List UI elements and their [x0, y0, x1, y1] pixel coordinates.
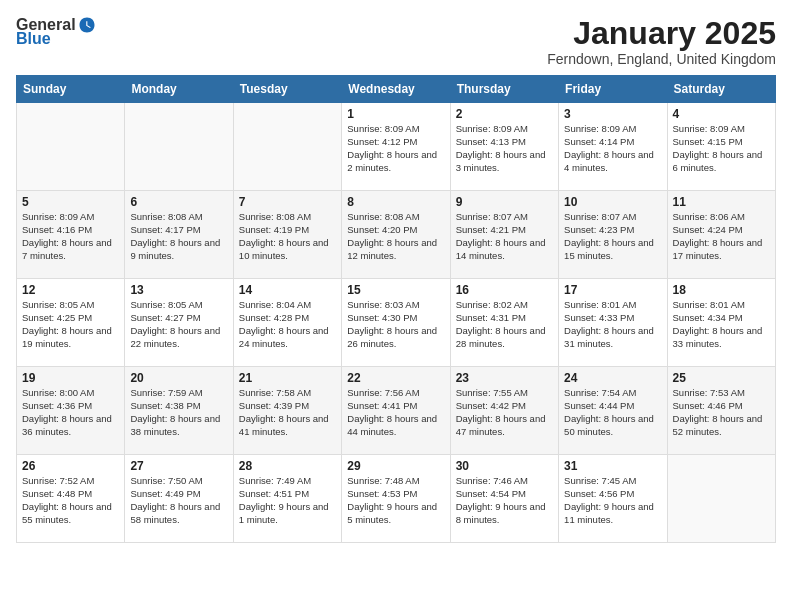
day-number: 16 [456, 283, 553, 297]
day-info: Sunrise: 8:09 AMSunset: 4:15 PMDaylight:… [673, 123, 770, 174]
calendar-week-row: 26Sunrise: 7:52 AMSunset: 4:48 PMDayligh… [17, 455, 776, 543]
day-info: Sunrise: 8:09 AMSunset: 4:16 PMDaylight:… [22, 211, 119, 262]
day-number: 8 [347, 195, 444, 209]
calendar-cell: 21Sunrise: 7:58 AMSunset: 4:39 PMDayligh… [233, 367, 341, 455]
calendar-header-wednesday: Wednesday [342, 76, 450, 103]
month-title: January 2025 [547, 16, 776, 51]
day-info: Sunrise: 7:50 AMSunset: 4:49 PMDaylight:… [130, 475, 227, 526]
day-info: Sunrise: 7:54 AMSunset: 4:44 PMDaylight:… [564, 387, 661, 438]
day-info: Sunrise: 8:01 AMSunset: 4:34 PMDaylight:… [673, 299, 770, 350]
calendar-header-tuesday: Tuesday [233, 76, 341, 103]
day-number: 20 [130, 371, 227, 385]
day-number: 10 [564, 195, 661, 209]
day-info: Sunrise: 7:55 AMSunset: 4:42 PMDaylight:… [456, 387, 553, 438]
calendar-cell: 7Sunrise: 8:08 AMSunset: 4:19 PMDaylight… [233, 191, 341, 279]
day-number: 21 [239, 371, 336, 385]
day-number: 22 [347, 371, 444, 385]
day-number: 7 [239, 195, 336, 209]
calendar-cell: 30Sunrise: 7:46 AMSunset: 4:54 PMDayligh… [450, 455, 558, 543]
calendar-cell [233, 103, 341, 191]
day-info: Sunrise: 8:08 AMSunset: 4:19 PMDaylight:… [239, 211, 336, 262]
day-number: 6 [130, 195, 227, 209]
calendar-cell: 2Sunrise: 8:09 AMSunset: 4:13 PMDaylight… [450, 103, 558, 191]
day-info: Sunrise: 8:05 AMSunset: 4:27 PMDaylight:… [130, 299, 227, 350]
calendar-cell: 26Sunrise: 7:52 AMSunset: 4:48 PMDayligh… [17, 455, 125, 543]
calendar-week-row: 1Sunrise: 8:09 AMSunset: 4:12 PMDaylight… [17, 103, 776, 191]
day-info: Sunrise: 7:59 AMSunset: 4:38 PMDaylight:… [130, 387, 227, 438]
day-info: Sunrise: 8:09 AMSunset: 4:12 PMDaylight:… [347, 123, 444, 174]
day-number: 25 [673, 371, 770, 385]
day-number: 9 [456, 195, 553, 209]
calendar-header-saturday: Saturday [667, 76, 775, 103]
day-info: Sunrise: 8:08 AMSunset: 4:17 PMDaylight:… [130, 211, 227, 262]
day-info: Sunrise: 8:09 AMSunset: 4:13 PMDaylight:… [456, 123, 553, 174]
day-info: Sunrise: 8:06 AMSunset: 4:24 PMDaylight:… [673, 211, 770, 262]
calendar-cell: 10Sunrise: 8:07 AMSunset: 4:23 PMDayligh… [559, 191, 667, 279]
day-number: 18 [673, 283, 770, 297]
day-number: 31 [564, 459, 661, 473]
day-info: Sunrise: 7:53 AMSunset: 4:46 PMDaylight:… [673, 387, 770, 438]
logo: General Blue [16, 16, 96, 48]
calendar-cell: 18Sunrise: 8:01 AMSunset: 4:34 PMDayligh… [667, 279, 775, 367]
calendar-header-friday: Friday [559, 76, 667, 103]
day-number: 26 [22, 459, 119, 473]
calendar-cell [667, 455, 775, 543]
logo-blue: Blue [16, 30, 51, 48]
logo-icon [78, 16, 96, 34]
calendar-cell: 25Sunrise: 7:53 AMSunset: 4:46 PMDayligh… [667, 367, 775, 455]
day-info: Sunrise: 8:05 AMSunset: 4:25 PMDaylight:… [22, 299, 119, 350]
day-info: Sunrise: 8:01 AMSunset: 4:33 PMDaylight:… [564, 299, 661, 350]
day-info: Sunrise: 7:46 AMSunset: 4:54 PMDaylight:… [456, 475, 553, 526]
day-info: Sunrise: 8:03 AMSunset: 4:30 PMDaylight:… [347, 299, 444, 350]
calendar-cell: 19Sunrise: 8:00 AMSunset: 4:36 PMDayligh… [17, 367, 125, 455]
day-number: 1 [347, 107, 444, 121]
calendar-cell: 5Sunrise: 8:09 AMSunset: 4:16 PMDaylight… [17, 191, 125, 279]
day-number: 23 [456, 371, 553, 385]
calendar-cell: 11Sunrise: 8:06 AMSunset: 4:24 PMDayligh… [667, 191, 775, 279]
day-number: 4 [673, 107, 770, 121]
day-number: 19 [22, 371, 119, 385]
day-info: Sunrise: 8:00 AMSunset: 4:36 PMDaylight:… [22, 387, 119, 438]
calendar-table: SundayMondayTuesdayWednesdayThursdayFrid… [16, 75, 776, 543]
day-number: 15 [347, 283, 444, 297]
location: Ferndown, England, United Kingdom [547, 51, 776, 67]
day-number: 12 [22, 283, 119, 297]
calendar-cell [17, 103, 125, 191]
day-info: Sunrise: 8:02 AMSunset: 4:31 PMDaylight:… [456, 299, 553, 350]
calendar-cell: 22Sunrise: 7:56 AMSunset: 4:41 PMDayligh… [342, 367, 450, 455]
calendar-week-row: 12Sunrise: 8:05 AMSunset: 4:25 PMDayligh… [17, 279, 776, 367]
calendar-cell: 6Sunrise: 8:08 AMSunset: 4:17 PMDaylight… [125, 191, 233, 279]
calendar-cell: 31Sunrise: 7:45 AMSunset: 4:56 PMDayligh… [559, 455, 667, 543]
calendar-cell: 1Sunrise: 8:09 AMSunset: 4:12 PMDaylight… [342, 103, 450, 191]
calendar-cell: 13Sunrise: 8:05 AMSunset: 4:27 PMDayligh… [125, 279, 233, 367]
calendar-week-row: 5Sunrise: 8:09 AMSunset: 4:16 PMDaylight… [17, 191, 776, 279]
day-info: Sunrise: 7:48 AMSunset: 4:53 PMDaylight:… [347, 475, 444, 526]
calendar-cell: 4Sunrise: 8:09 AMSunset: 4:15 PMDaylight… [667, 103, 775, 191]
calendar-cell: 9Sunrise: 8:07 AMSunset: 4:21 PMDaylight… [450, 191, 558, 279]
calendar-cell: 28Sunrise: 7:49 AMSunset: 4:51 PMDayligh… [233, 455, 341, 543]
day-info: Sunrise: 8:08 AMSunset: 4:20 PMDaylight:… [347, 211, 444, 262]
day-info: Sunrise: 7:56 AMSunset: 4:41 PMDaylight:… [347, 387, 444, 438]
day-number: 14 [239, 283, 336, 297]
day-info: Sunrise: 8:07 AMSunset: 4:21 PMDaylight:… [456, 211, 553, 262]
day-number: 5 [22, 195, 119, 209]
calendar-cell: 27Sunrise: 7:50 AMSunset: 4:49 PMDayligh… [125, 455, 233, 543]
day-number: 2 [456, 107, 553, 121]
day-number: 30 [456, 459, 553, 473]
day-number: 11 [673, 195, 770, 209]
day-info: Sunrise: 8:09 AMSunset: 4:14 PMDaylight:… [564, 123, 661, 174]
calendar-cell: 12Sunrise: 8:05 AMSunset: 4:25 PMDayligh… [17, 279, 125, 367]
day-info: Sunrise: 7:45 AMSunset: 4:56 PMDaylight:… [564, 475, 661, 526]
title-area: January 2025 Ferndown, England, United K… [547, 16, 776, 67]
calendar-cell: 23Sunrise: 7:55 AMSunset: 4:42 PMDayligh… [450, 367, 558, 455]
day-info: Sunrise: 7:52 AMSunset: 4:48 PMDaylight:… [22, 475, 119, 526]
calendar-cell: 14Sunrise: 8:04 AMSunset: 4:28 PMDayligh… [233, 279, 341, 367]
calendar-cell: 24Sunrise: 7:54 AMSunset: 4:44 PMDayligh… [559, 367, 667, 455]
calendar-header-thursday: Thursday [450, 76, 558, 103]
day-info: Sunrise: 8:04 AMSunset: 4:28 PMDaylight:… [239, 299, 336, 350]
day-number: 3 [564, 107, 661, 121]
day-info: Sunrise: 7:49 AMSunset: 4:51 PMDaylight:… [239, 475, 336, 526]
calendar-cell: 8Sunrise: 8:08 AMSunset: 4:20 PMDaylight… [342, 191, 450, 279]
day-number: 24 [564, 371, 661, 385]
calendar-week-row: 19Sunrise: 8:00 AMSunset: 4:36 PMDayligh… [17, 367, 776, 455]
